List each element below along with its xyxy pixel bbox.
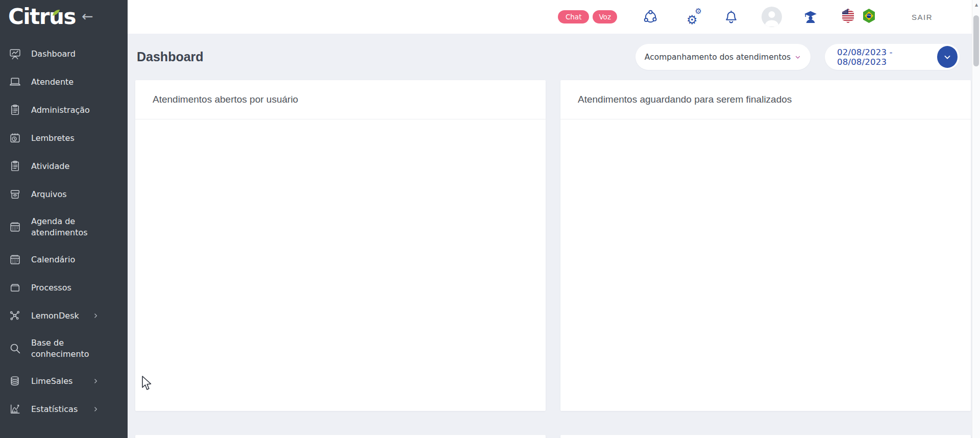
sidebar-item-agenda-de-atendimentos[interactable]: Agenda de atendimentos [0, 208, 128, 246]
sidebar-item-atendente[interactable]: Atendente [0, 68, 128, 96]
sidebar-item-administracao[interactable]: Administração [0, 96, 128, 124]
scroll-up-arrow[interactable]: ▲ [972, 0, 980, 9]
date-range-label: 02/08/2023 - 08/08/2023 [837, 47, 937, 67]
sidebar-item-label: Administração [31, 105, 90, 116]
sidebar-item-label: Atividade [31, 161, 69, 172]
clipboard-icon [9, 104, 21, 116]
sidebar-item-label: LemonDesk [31, 310, 79, 322]
network-icon [9, 309, 21, 322]
sidebar-item-label: Dashboard [31, 48, 76, 60]
date-range-toggle-button[interactable] [937, 46, 958, 68]
logo-text: Citrus [8, 4, 76, 29]
card-partial [135, 435, 546, 438]
sidebar-item-label: LimeSales [31, 376, 72, 387]
sidebar-item-base-de-conhecimento[interactable]: Base de conhecimento [0, 330, 128, 367]
coins-icon [9, 375, 21, 387]
sidebar-item-lemondesk[interactable]: LemonDesk [0, 302, 128, 330]
chevron-down-icon [794, 54, 801, 61]
sidebar-item-dashboard[interactable]: Dashboard [0, 40, 128, 68]
sidebar-item-arquivos[interactable]: Arquivos [0, 180, 128, 208]
sidebar-item-label: Base de conhecimento [31, 337, 99, 360]
sidebar-item-limesales[interactable]: LimeSales [0, 367, 128, 395]
sidebar-item-label: Arquivos [31, 189, 67, 200]
scrollbar-thumb[interactable] [973, 15, 979, 66]
vertical-scrollbar[interactable]: ▲ [972, 0, 980, 438]
laptop-icon [9, 76, 21, 88]
gears-icon[interactable]: ⚙ ⚙ [687, 9, 702, 25]
clipboard-icon [9, 160, 21, 173]
chat-badge[interactable]: Chat [558, 10, 590, 23]
sidebar-item-atividade[interactable]: Atividade [0, 152, 128, 180]
card-title: Atendimentos abertos por usuário [153, 94, 298, 105]
graduate-icon[interactable] [803, 9, 818, 25]
cards-row: Atendimentos abertos por usuário Atendim… [135, 80, 971, 411]
card-partial [560, 435, 971, 438]
leaf-icon [52, 9, 60, 16]
toolbar: Dashboard Acompanhamento dos atendimento… [137, 44, 960, 70]
card-title: Atendimentos aguardando para serem final… [578, 94, 792, 105]
voz-badge[interactable]: Voz [593, 10, 617, 23]
sidebar-item-label: Agenda de atendimentos [31, 216, 99, 238]
search-icon [9, 342, 21, 355]
citrus-logo[interactable]: Citrus [8, 6, 76, 28]
logout-button[interactable]: SAIR [912, 13, 933, 21]
avatar[interactable] [762, 7, 782, 27]
card-header: Atendimentos abertos por usuário [135, 80, 546, 119]
calendar-icon [9, 253, 21, 266]
sidebar-item-processos[interactable]: Processos [0, 274, 128, 302]
bell-icon[interactable] [723, 9, 739, 25]
card-header: Atendimentos aguardando para serem final… [560, 80, 971, 119]
sidebar-nav: Dashboard Atendente Administração [0, 34, 128, 423]
filter-dropdown[interactable]: Acompanhamento dos atendimentos [635, 44, 811, 70]
sidebar-item-label: Estatísticas [31, 404, 78, 415]
toolbar-right: Acompanhamento dos atendimentos 02/08/20… [635, 44, 960, 70]
flag-us-icon[interactable] [841, 8, 855, 26]
card-atendimentos-aguardando: Atendimentos aguardando para serem final… [560, 80, 971, 411]
calendar-icon [9, 221, 21, 233]
sidebar-item-estatisticas[interactable]: Estatísticas [0, 395, 128, 423]
sidebar-item-label: Processos [31, 282, 71, 294]
sidebar-item-label: Calendário [31, 254, 75, 265]
chevron-right-icon [92, 378, 99, 384]
chevron-right-icon [92, 312, 99, 319]
flag-br-icon[interactable] [862, 8, 876, 26]
reminder-calendar-icon [9, 132, 21, 144]
sidebar-item-calendario[interactable]: Calendário [0, 246, 128, 274]
share-hub-icon[interactable] [643, 9, 658, 25]
date-range-picker[interactable]: 02/08/2023 - 08/08/2023 [825, 44, 960, 70]
stats-icon [9, 403, 21, 416]
filter-dropdown-label: Acompanhamento dos atendimentos [645, 53, 791, 62]
sidebar: Citrus ← Dashboard [0, 0, 128, 438]
chevron-right-icon [92, 406, 99, 412]
box-icon [9, 281, 21, 294]
main-content: Dashboard Acompanhamento dos atendimento… [128, 34, 972, 438]
sidebar-item-lembretes[interactable]: Lembretes [0, 124, 128, 152]
logo-row: Citrus ← [0, 0, 128, 34]
archive-icon [9, 188, 21, 201]
page-title: Dashboard [137, 50, 204, 64]
card-atendimentos-abertos: Atendimentos abertos por usuário [135, 80, 546, 411]
sidebar-item-label: Atendente [31, 77, 74, 88]
sidebar-item-label: Lembretes [31, 133, 75, 144]
cards-row-partial [135, 435, 971, 438]
dashboard-icon [9, 47, 21, 60]
top-header: Chat Voz ⚙ ⚙ [128, 0, 972, 34]
sidebar-collapse-arrow[interactable]: ← [82, 8, 93, 24]
